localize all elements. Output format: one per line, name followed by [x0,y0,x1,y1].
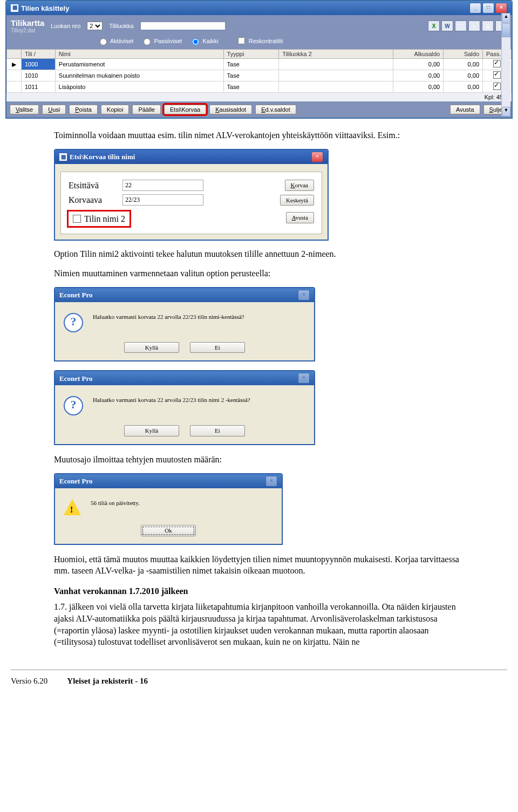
file-name: Tilioy2.dat [11,28,44,33]
korvaava-input[interactable] [122,194,203,206]
button-row: Valitse Uusi Poista Kopioi Päälle Etsi\K… [6,101,512,118]
word-icon[interactable]: W [441,21,453,31]
paragraph: Option Tilin nimi2 aktivointi tekee halu… [54,248,464,260]
avusta-button[interactable]: Avusta [450,105,480,114]
radio-kaikki[interactable]: Kaikki [189,37,218,45]
col-tili[interactable]: Tili / [21,50,55,59]
cell-tili[interactable]: 1011 [21,81,55,93]
cell-saldo[interactable]: 0,00 [444,81,483,93]
col-nimi[interactable]: Nimi [55,50,223,59]
cell-alku[interactable]: 0,00 [393,81,444,93]
col-saldo[interactable]: Saldo [444,50,483,59]
tilien-kasittely-window: ▦ Tilien käsittely _ □ × Tilikartta Tili… [5,0,513,119]
luokan-nro-select[interactable]: 2 [87,22,103,30]
col-tyyppi[interactable]: Tyyppi [223,50,279,59]
table-row[interactable]: ▶ 1000 Perustamismenot Tase 0,00 0,00 [7,59,512,70]
kausisaldot-button[interactable]: Kausisaldot [209,105,252,114]
table-row[interactable]: 1010 Suunnitelman mukainen poisto Tase 0… [7,70,512,81]
paragraph: Muutosajo ilmoittaa tehtyjen muutosten m… [54,454,464,466]
paalle-button[interactable]: Päälle [132,105,161,114]
info-dialog: Econet Pro × 56 tiliä on päivitetty. Ok [54,473,283,545]
yes-button[interactable]: Kyllä [124,342,179,353]
valitse-button[interactable]: Valitse [10,105,39,114]
tililuokka-label: Tililuokka [109,23,133,29]
grid-header-row: Tili / Nimi Tyyppi Tililuokka 2 Alkusald… [7,50,512,59]
tililuokka-input[interactable] [140,22,226,30]
window-titlebar: ▦ Tilien käsittely _ □ × [6,1,512,15]
app-icon: ▦ [11,4,18,12]
minimize-button[interactable]: _ [469,3,481,13]
cell-tili[interactable]: 1010 [21,70,55,81]
version-label: Versio 6.20 [11,677,47,686]
tilin-nimi2-option[interactable]: Tilin nimi 2 [69,211,130,227]
close-button[interactable]: × [298,290,310,301]
cell-saldo[interactable]: 0,00 [444,70,483,81]
reskontratilit-checkbox[interactable]: Reskontratilit [236,36,283,46]
radio-passiiviset[interactable]: Passiiviset [141,37,182,45]
no-button[interactable]: Ei [190,425,245,436]
no-button[interactable]: Ei [190,342,245,353]
cell-saldo[interactable]: 0,00 [444,59,483,70]
close-button[interactable]: × [311,152,323,162]
filter-radios: Aktiiviset Passiiviset Kaikki [97,37,219,45]
maximize-button[interactable]: □ [482,3,494,13]
tili-grid: Tili / Nimi Tyyppi Tililuokka 2 Alkusald… [6,49,512,93]
cell-tl2[interactable] [279,81,393,93]
row-indicator: ▶ [7,59,22,70]
close-button[interactable]: × [265,476,277,487]
avusta-button[interactable]: Avusta [286,212,314,223]
etsittava-input[interactable] [122,180,203,191]
paragraph: Huomioi, että tämä muutos muuttaa kaikki… [54,554,464,577]
close-button[interactable]: × [298,373,310,384]
uusi-button[interactable]: Uusi [42,105,66,114]
dialog-title: Etsi\Korvaa tilin nimi [70,152,135,162]
excel-icon[interactable]: X [428,21,440,31]
col-tililuokka2[interactable]: Tililuokka 2 [279,50,393,59]
radio-aktiiviset[interactable]: Aktiiviset [97,37,133,45]
etsi-korvaa-button[interactable]: Etsi\Korvaa [164,105,206,114]
poista-button[interactable]: Poista [69,105,98,114]
window-title: Tilien käsittely [21,4,69,12]
korvaa-button[interactable]: Korvaa [285,180,314,191]
vertical-scrollbar[interactable]: ▲ ▼ [501,13,510,117]
heading-vanhat: Vanhat verokannan 1.7.2010 jälkeen [54,585,464,597]
message-text: 56 tiliä on päivitetty. [91,499,140,507]
paragraph: Toiminnolla voidaan muuttaa esim. tilin … [54,129,464,141]
cell-alku[interactable]: 0,00 [393,70,444,81]
cell-tl2[interactable] [279,59,393,70]
table-row[interactable]: 1011 Lisäpoisto Tase 0,00 0,00 [7,81,512,93]
tilikartta-label: Tilikartta [11,18,44,28]
cell-nimi[interactable]: Perustamismenot [55,59,223,70]
keskeyta-button[interactable]: Keskeytä [280,195,314,206]
message-text: Haluatko varmasti korvata 22 arvolla 22/… [93,396,250,404]
ok-button[interactable]: Ok [141,525,196,536]
sort-icon[interactable]: ↕ [468,21,480,31]
luokan-nro-label: Luokan nro [51,23,80,29]
subheader: Tilikartta Tilioy2.dat Luokan nro 2 Tili… [6,16,512,36]
grid-icon[interactable]: ⬚ [455,21,467,31]
yes-button[interactable]: Kyllä [124,425,179,436]
kopioi-button[interactable]: Kopioi [101,105,130,114]
cell-tyyppi[interactable]: Tase [223,70,279,81]
checkbox-icon [73,215,81,223]
question-icon: ? [64,313,83,332]
cell-tyyppi[interactable]: Tase [223,81,279,93]
app-icon: ▦ [59,153,67,161]
close-button[interactable]: × [495,3,507,13]
kpl-count: Kpl: 459 [6,93,512,101]
page-footer: Versio 6.20 Yleiset ja rekisterit - 16 [11,670,507,686]
cell-tyyppi[interactable]: Tase [223,59,279,70]
cell-tl2[interactable] [279,70,393,81]
cell-tili[interactable]: 1000 [21,59,55,70]
cell-nimi[interactable]: Lisäpoisto [55,81,223,93]
dialog-title: Econet Pro [59,374,93,384]
korvaava-label: Korvaava [69,194,117,206]
cell-nimi[interactable]: Suunnitelman mukainen poisto [55,70,223,81]
paragraph: Nimien muuttaminen varmennetaan valitun … [54,268,464,279]
page-label: Yleiset ja rekisterit - 16 [67,677,148,686]
edvsaldot-button[interactable]: Ed.v.saldot [255,105,296,114]
question-icon: ? [64,396,83,415]
print-icon[interactable]: ⎙ [482,21,494,31]
cell-alku[interactable]: 0,00 [393,59,444,70]
col-alkusaldo[interactable]: Alkusaldo [393,50,444,59]
